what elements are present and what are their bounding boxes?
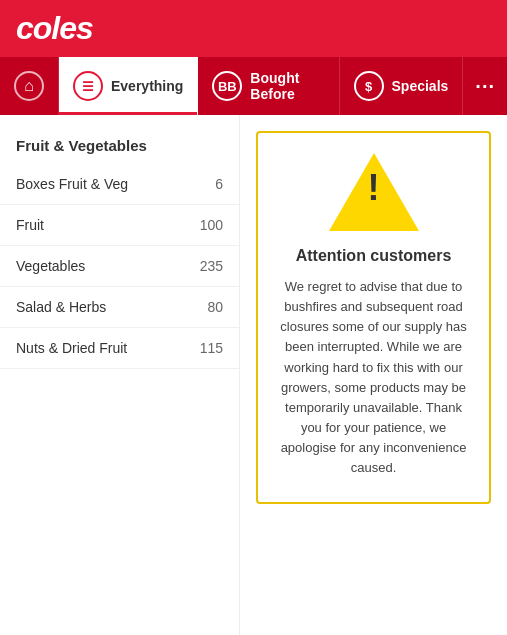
sidebar-item-count: 6 [215,176,223,192]
coles-logo: coles [16,10,93,47]
warning-triangle-icon: ! [329,153,419,231]
alert-box: ! Attention customers We regret to advis… [256,131,491,504]
sidebar-item-count: 80 [207,299,223,315]
sidebar-item-count: 100 [200,217,223,233]
sidebar-item[interactable]: Nuts & Dried Fruit 115 [0,328,239,369]
nav-item-bought-before[interactable]: BB Bought Before [198,57,339,115]
alert-message: We regret to advise that due to bushfire… [274,277,473,478]
nav-bar: ⌂ ☰ Everything BB Bought Before $ Specia… [0,57,507,115]
home-icon: ⌂ [14,71,44,101]
sidebar-item[interactable]: Salad & Herbs 80 [0,287,239,328]
sidebar-item-count: 235 [200,258,223,274]
nav-more-button[interactable]: ··· [463,57,507,115]
content-area: ! Attention customers We regret to advis… [240,115,507,635]
sidebar-item-count: 115 [200,340,223,356]
sidebar-item[interactable]: Boxes Fruit & Veg 6 [0,164,239,205]
nav-everything-label: Everything [111,78,183,94]
sidebar-category-title: Fruit & Vegetables [0,125,239,164]
sidebar-item-label: Nuts & Dried Fruit [16,340,127,356]
nav-item-specials[interactable]: $ Specials [340,57,464,115]
nav-bought-before-label: Bought Before [250,70,324,102]
sidebar-item[interactable]: Fruit 100 [0,205,239,246]
nav-item-everything[interactable]: ☰ Everything [59,57,198,115]
header: coles [0,0,507,57]
sidebar-item-label: Vegetables [16,258,85,274]
specials-icon: $ [354,71,384,101]
sidebar-item-label: Boxes Fruit & Veg [16,176,128,192]
main-layout: Fruit & Vegetables Boxes Fruit & Veg 6 F… [0,115,507,635]
everything-icon: ☰ [73,71,103,101]
nav-item-home[interactable]: ⌂ [0,57,59,115]
sidebar-item-label: Salad & Herbs [16,299,106,315]
sidebar: Fruit & Vegetables Boxes Fruit & Veg 6 F… [0,115,240,635]
sidebar-item-label: Fruit [16,217,44,233]
alert-title: Attention customers [274,247,473,265]
bought-before-icon: BB [212,71,242,101]
sidebar-item[interactable]: Vegetables 235 [0,246,239,287]
nav-specials-label: Specials [392,78,449,94]
